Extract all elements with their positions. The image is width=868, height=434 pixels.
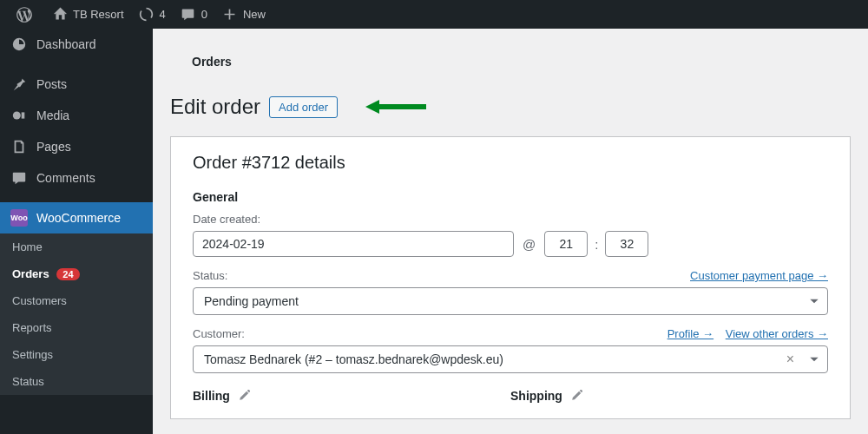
new-label: New [243, 8, 266, 21]
profile-link[interactable]: Profile → [667, 327, 713, 340]
new-content-link[interactable]: New [214, 0, 273, 29]
menu-media[interactable]: Media [0, 100, 153, 131]
admin-sidebar: Dashboard Posts Media Pages Comments Woo… [0, 29, 153, 434]
chevron-down-icon [801, 295, 827, 307]
menu-posts-label: Posts [36, 77, 67, 91]
at-separator: @ [523, 237, 536, 252]
submenu-home[interactable]: Home [0, 233, 153, 260]
wordpress-icon [16, 6, 33, 23]
menu-pages-label: Pages [36, 140, 71, 154]
menu-comments-label: Comments [36, 171, 95, 185]
updates-link[interactable]: 4 [131, 0, 173, 29]
media-icon [10, 107, 28, 124]
customer-payment-page-link[interactable]: Customer payment page → [690, 269, 828, 282]
menu-dashboard[interactable]: Dashboard [0, 29, 153, 60]
submenu-settings[interactable]: Settings [0, 341, 153, 368]
refresh-icon [138, 6, 155, 23]
general-section-label: General [193, 190, 828, 204]
time-separator: : [595, 237, 598, 252]
svg-point-0 [13, 112, 21, 120]
site-home-link[interactable]: TB Resort [44, 0, 131, 29]
minute-input[interactable] [605, 231, 648, 257]
chevron-down-icon [801, 353, 827, 365]
menu-woocommerce-label: WooCommerce [36, 211, 121, 225]
pin-icon [10, 76, 28, 93]
main-content: Orders Edit order Add order Order #3712 … [153, 29, 868, 434]
menu-woocommerce[interactable]: Woo WooCommerce [0, 202, 153, 233]
customer-value: Tomasz Bednarek (#2 – tomasz.bednarek@wp… [194, 346, 779, 372]
order-details-panel: Order #3712 details General Date created… [170, 136, 851, 419]
wp-logo-link[interactable] [9, 0, 44, 29]
pages-icon [10, 138, 28, 155]
page-title: Edit order [170, 95, 260, 119]
menu-comments[interactable]: Comments [0, 162, 153, 194]
comments-icon [10, 169, 28, 187]
updates-count: 4 [160, 8, 166, 21]
status-label: Status: [193, 269, 227, 282]
menu-dashboard-label: Dashboard [36, 37, 96, 51]
date-created-label: Date created: [193, 213, 828, 226]
woocommerce-icon: Woo [10, 209, 28, 227]
breadcrumb-heading: Orders [170, 46, 851, 69]
menu-posts[interactable]: Posts [0, 69, 153, 100]
menu-pages[interactable]: Pages [0, 131, 153, 162]
orders-count-badge: 24 [56, 268, 79, 280]
edit-shipping-button[interactable] [569, 389, 583, 403]
date-created-input[interactable] [193, 231, 514, 257]
status-select[interactable]: Pending payment [193, 287, 828, 315]
submenu-reports[interactable]: Reports [0, 314, 153, 341]
add-order-button[interactable]: Add order [269, 96, 338, 118]
plus-icon [221, 6, 239, 23]
site-name-text: TB Resort [73, 8, 124, 21]
submenu-status[interactable]: Status [0, 368, 153, 395]
billing-label: Billing [193, 389, 230, 403]
annotation-arrow-icon [364, 98, 429, 115]
clear-customer-button[interactable]: × [779, 352, 801, 367]
dashboard-icon [10, 36, 28, 53]
view-other-orders-link[interactable]: View other orders → [726, 327, 828, 340]
hour-input[interactable] [544, 231, 588, 257]
status-value: Pending payment [194, 288, 801, 314]
edit-billing-button[interactable] [237, 389, 251, 403]
customer-label: Customer: [193, 327, 245, 340]
comments-count: 0 [201, 8, 207, 21]
home-icon [51, 6, 69, 23]
menu-media-label: Media [36, 108, 69, 122]
woocommerce-submenu: Home Orders 24 Customers Reports Setting… [0, 233, 153, 395]
comment-icon [180, 6, 197, 23]
comments-link[interactable]: 0 [173, 0, 214, 29]
order-details-title: Order #3712 details [193, 153, 828, 173]
submenu-orders[interactable]: Orders 24 [0, 260, 153, 287]
shipping-label: Shipping [510, 389, 562, 403]
submenu-customers[interactable]: Customers [0, 287, 153, 314]
customer-select[interactable]: Tomasz Bednarek (#2 – tomasz.bednarek@wp… [193, 345, 828, 373]
